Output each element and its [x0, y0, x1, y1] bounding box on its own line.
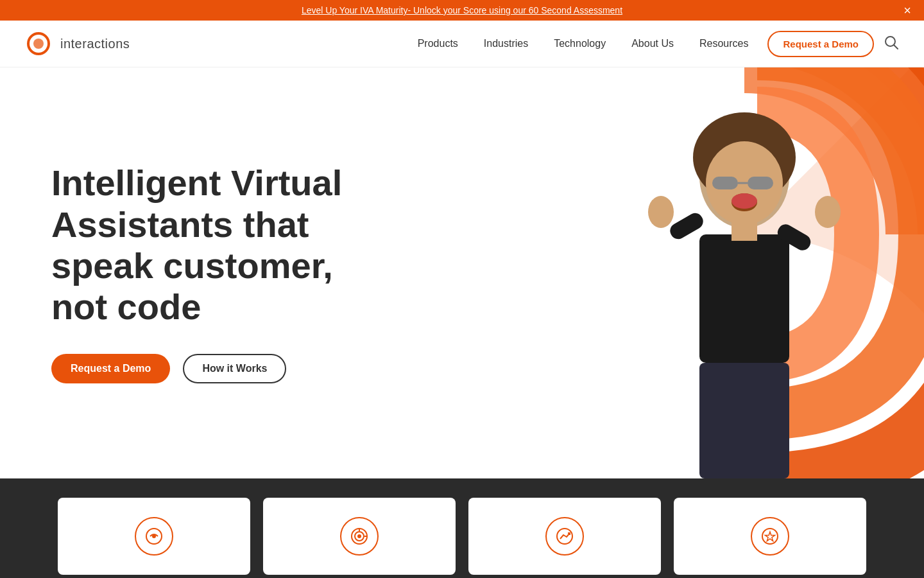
- hero-title: Intelligent Virtual Assistants that spea…: [51, 162, 398, 328]
- top-banner: Level Up Your IVA Maturity- Unlock your …: [0, 0, 924, 21]
- card-1-icon: [135, 517, 173, 556]
- navbar-request-demo-button[interactable]: Request a Demo: [767, 31, 874, 57]
- svg-point-2: [886, 37, 895, 46]
- svg-rect-18: [699, 363, 789, 478]
- hero-how-it-works-button[interactable]: How it Works: [183, 354, 286, 383]
- svg-point-15: [648, 196, 674, 228]
- svg-point-20: [152, 534, 156, 538]
- navbar: interactions Products Industries Technol…: [0, 21, 924, 67]
- hero-section: Intelligent Virtual Assistants that spea…: [0, 67, 924, 478]
- hero-buttons: Request a Demo How it Works: [51, 354, 398, 383]
- logo-text: interactions: [60, 37, 130, 51]
- logo-link[interactable]: interactions: [26, 28, 141, 59]
- hero-request-demo-button[interactable]: Request a Demo: [51, 354, 170, 383]
- chat-icon: [145, 527, 163, 545]
- svg-point-11: [732, 193, 757, 209]
- star-icon: [761, 527, 779, 545]
- nav-item-technology[interactable]: Technology: [554, 38, 606, 49]
- svg-point-16: [815, 196, 841, 228]
- hero-image-area: [416, 67, 924, 478]
- search-button[interactable]: [884, 35, 898, 53]
- logo-icon: [26, 28, 56, 59]
- nav-item-about[interactable]: About Us: [631, 38, 674, 49]
- growth-icon: [556, 527, 574, 545]
- svg-line-3: [894, 45, 898, 49]
- svg-point-1: [33, 39, 44, 49]
- banner-close-button[interactable]: ×: [903, 4, 911, 17]
- hero-person-illustration: [603, 93, 886, 478]
- nav-item-products[interactable]: Products: [418, 38, 458, 49]
- nav-item-resources[interactable]: Resources: [699, 38, 748, 49]
- banner-link[interactable]: Level Up Your IVA Maturity- Unlock your …: [302, 5, 622, 15]
- card-3: [468, 498, 661, 575]
- svg-rect-12: [699, 234, 789, 363]
- card-2: [263, 498, 456, 575]
- search-icon: [884, 35, 898, 49]
- svg-rect-7: [712, 177, 738, 189]
- svg-marker-28: [766, 532, 775, 541]
- nav-links: Products Industries Technology About Us …: [418, 38, 749, 49]
- hero-content: Intelligent Virtual Assistants that spea…: [0, 111, 398, 435]
- target-icon: [350, 527, 368, 545]
- svg-point-23: [357, 534, 361, 538]
- card-1: [58, 498, 250, 575]
- card-4-icon: [751, 517, 789, 556]
- svg-rect-8: [748, 177, 773, 189]
- svg-rect-17: [732, 222, 757, 241]
- card-2-icon: [340, 517, 379, 556]
- card-3-icon: [545, 517, 584, 556]
- nav-item-industries[interactable]: Industries: [484, 38, 528, 49]
- card-4: [674, 498, 866, 575]
- bottom-cards-section: [0, 478, 924, 578]
